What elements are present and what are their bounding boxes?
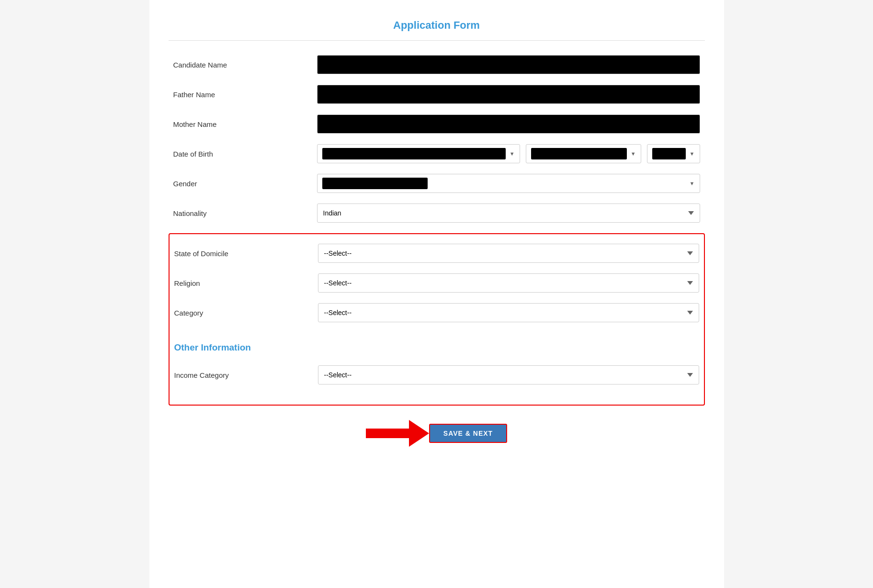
dob-month-select[interactable]: ▼ — [526, 144, 641, 163]
other-info-label: Other Information — [174, 342, 699, 353]
mother-name-wrapper — [317, 114, 700, 134]
income-category-row: Income Category --Select-- — [174, 365, 699, 384]
page-wrapper: Application Form Candidate Name Father N… — [149, 0, 724, 588]
candidate-name-row: Candidate Name — [169, 55, 705, 74]
candidate-name-wrapper — [317, 55, 700, 74]
dob-year-arrow: ▼ — [690, 151, 695, 157]
father-name-input[interactable] — [317, 85, 700, 104]
gender-arrow: ▼ — [690, 181, 695, 186]
category-select[interactable]: --Select-- — [318, 303, 699, 322]
page-title: Application Form — [169, 10, 705, 41]
gender-label: Gender — [173, 180, 317, 188]
save-next-button[interactable]: SAVE & NEXT — [429, 424, 507, 443]
mother-name-input[interactable] — [317, 114, 700, 134]
father-name-row: Father Name — [169, 85, 705, 104]
nationality-row: Nationality Indian — [169, 204, 705, 223]
state-domicile-row: State of Domicile --Select-- — [174, 244, 699, 263]
religion-label: Religion — [174, 279, 318, 287]
state-domicile-label: State of Domicile — [174, 249, 318, 258]
father-name-label: Father Name — [173, 90, 317, 99]
nationality-select[interactable]: Indian — [317, 204, 700, 223]
form-section: Candidate Name Father Name Mother Name — [169, 55, 705, 447]
state-domicile-wrapper: --Select-- — [318, 244, 699, 263]
candidate-name-label: Candidate Name — [173, 61, 317, 69]
religion-select[interactable]: --Select-- — [318, 273, 699, 293]
dob-month-arrow: ▼ — [631, 151, 636, 157]
category-row: Category --Select-- — [174, 303, 699, 322]
gender-row: Gender ▼ — [169, 174, 705, 193]
income-category-select[interactable]: --Select-- — [318, 365, 699, 384]
dob-row: Date of Birth ▼ ▼ ▼ — [169, 144, 705, 163]
mother-name-label: Mother Name — [173, 120, 317, 128]
income-category-label: Income Category — [174, 371, 318, 379]
dob-wrapper: ▼ ▼ ▼ — [317, 144, 700, 163]
father-name-wrapper — [317, 85, 700, 104]
gender-select[interactable]: ▼ — [317, 174, 700, 193]
income-category-wrapper: --Select-- — [318, 365, 699, 384]
religion-row: Religion --Select-- — [174, 273, 699, 293]
highlighted-section: State of Domicile --Select-- Religion --… — [169, 233, 705, 406]
candidate-name-input[interactable] — [317, 55, 700, 74]
dob-year-select[interactable]: ▼ — [647, 144, 700, 163]
arrow-body — [366, 429, 409, 438]
dob-day-select[interactable]: ▼ — [317, 144, 520, 163]
mother-name-row: Mother Name — [169, 114, 705, 134]
dob-label: Date of Birth — [173, 150, 317, 158]
save-next-area: SAVE & NEXT — [169, 420, 705, 447]
arrow-head — [409, 420, 429, 447]
nationality-wrapper: Indian — [317, 204, 700, 223]
nationality-label: Nationality — [173, 209, 317, 217]
other-info-heading: Other Information — [174, 333, 699, 365]
category-wrapper: --Select-- — [318, 303, 699, 322]
religion-wrapper: --Select-- — [318, 273, 699, 293]
arrow-indicator — [366, 420, 429, 447]
dob-day-arrow: ▼ — [510, 151, 515, 157]
gender-wrapper: ▼ — [317, 174, 700, 193]
category-label: Category — [174, 309, 318, 317]
state-domicile-select[interactable]: --Select-- — [318, 244, 699, 263]
